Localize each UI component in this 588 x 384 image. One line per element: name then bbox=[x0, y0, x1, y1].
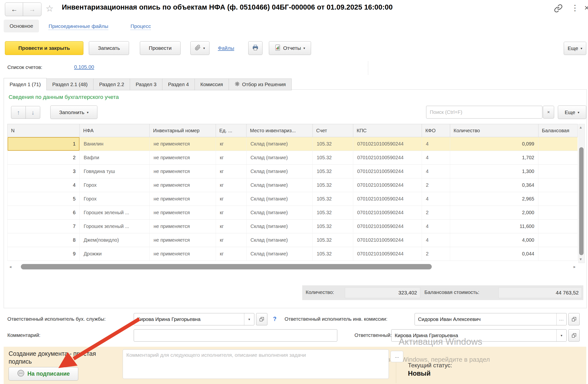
table-cell[interactable]: 07010210100590244 bbox=[353, 137, 422, 151]
table-row[interactable]: 7Горошек зеленый ...не применяетсякгСкла… bbox=[7, 220, 578, 233]
table-cell[interactable]: 2 bbox=[422, 247, 450, 261]
tab-razdel-2-1[interactable]: Раздел 2.1 (48) bbox=[47, 79, 93, 90]
table-cell[interactable]: 4 bbox=[422, 165, 450, 178]
table-cell[interactable]: 2 bbox=[7, 151, 80, 165]
table-cell[interactable]: 0,364 bbox=[450, 178, 538, 192]
move-up-button[interactable]: ↑ bbox=[11, 106, 26, 119]
scroll-down-icon[interactable]: ▾ bbox=[580, 257, 582, 262]
table-cell[interactable]: Склад (питание) bbox=[247, 137, 313, 151]
search-input[interactable] bbox=[426, 106, 542, 119]
table-cell[interactable]: 07010210100590244 bbox=[353, 151, 422, 165]
table-cell[interactable]: 07010210100590244 bbox=[353, 178, 422, 192]
table-cell[interactable]: 4,000 bbox=[450, 233, 538, 247]
toolbar-more-button[interactable]: Еще ▾ bbox=[564, 42, 586, 55]
table-cell[interactable]: кг bbox=[216, 165, 247, 178]
move-down-button[interactable]: ↓ bbox=[25, 106, 40, 119]
responsible-open-button[interactable] bbox=[568, 329, 580, 341]
help-icon[interactable]: ? bbox=[273, 316, 276, 322]
column-header[interactable]: Балансовая bbox=[538, 124, 578, 137]
table-row[interactable]: 2Вафлине применяетсякгСклад (питание)105… bbox=[7, 151, 578, 165]
table-cell[interactable]: 07010210100590244 bbox=[353, 247, 422, 261]
table-cell[interactable]: 07010210100590244 bbox=[353, 165, 422, 178]
table-cell[interactable]: 1,702 bbox=[450, 151, 538, 165]
table-cell[interactable]: не применяется bbox=[150, 137, 216, 151]
column-header[interactable]: КПС bbox=[353, 124, 422, 137]
table-cell[interactable]: Горошек зеленый ... bbox=[80, 206, 150, 220]
table-cell[interactable] bbox=[538, 233, 578, 247]
table-cell[interactable] bbox=[538, 192, 578, 206]
table-cell[interactable]: не применяется bbox=[150, 206, 216, 220]
table-cell[interactable]: 5 bbox=[7, 192, 80, 206]
attach-button[interactable]: ▾ bbox=[190, 41, 210, 55]
table-cell[interactable]: 105.32 bbox=[313, 165, 353, 178]
table-cell[interactable] bbox=[538, 137, 578, 151]
table-cell[interactable]: кг bbox=[216, 247, 247, 261]
table-row[interactable]: 5Горохне применяетсякгСклад (питание)105… bbox=[7, 192, 578, 206]
table-cell[interactable]: 2,000 bbox=[450, 206, 538, 220]
column-header[interactable]: Счет bbox=[313, 124, 353, 137]
table-cell[interactable]: 4 bbox=[422, 192, 450, 206]
table-cell[interactable] bbox=[538, 165, 578, 178]
chevron-down-icon[interactable]: ▾ bbox=[244, 313, 254, 325]
table-cell[interactable]: 105.32 bbox=[313, 178, 353, 192]
table-cell[interactable]: кг bbox=[216, 192, 247, 206]
table-row[interactable]: 9Дрожжине применяетсякгСклад (питание)10… bbox=[7, 247, 578, 261]
table-cell[interactable]: 0,099 bbox=[450, 137, 538, 151]
table-cell[interactable]: 105.32 bbox=[313, 151, 353, 165]
vertical-scrollbar-thumb[interactable] bbox=[579, 147, 584, 255]
nav-link-attachments[interactable]: Присоединенные файлы bbox=[49, 23, 108, 30]
tab-razdel-4[interactable]: Раздел 4 bbox=[162, 79, 195, 90]
table-cell[interactable]: 07010210100590244 bbox=[353, 206, 422, 220]
table-cell[interactable]: 07010210100590244 bbox=[353, 192, 422, 206]
files-link[interactable]: Файлы bbox=[218, 45, 234, 51]
send-to-sign-button[interactable]: На подписание bbox=[9, 367, 78, 381]
table-cell[interactable]: 0,044 bbox=[450, 247, 538, 261]
table-cell[interactable]: кг bbox=[216, 151, 247, 165]
table-cell[interactable]: 4 bbox=[422, 220, 450, 233]
table-cell[interactable]: 07010210100590244 bbox=[353, 233, 422, 247]
horizontal-scrollbar-thumb[interactable] bbox=[21, 264, 432, 269]
resp-inv-open-button[interactable] bbox=[568, 313, 580, 325]
table-cell[interactable]: 105.32 bbox=[313, 220, 353, 233]
save-button[interactable]: Записать bbox=[89, 41, 129, 55]
table-row[interactable]: 6Горошек зеленый ...не применяетсякгСкла… bbox=[7, 206, 578, 220]
table-cell[interactable]: не применяется bbox=[150, 165, 216, 178]
tab-razdel-1[interactable]: Раздел 1 (71) bbox=[4, 78, 47, 90]
resp-inv-field[interactable]: Сидоров Иван Алексеевич ... bbox=[415, 313, 567, 325]
table-cell[interactable] bbox=[538, 206, 578, 220]
table-cell[interactable]: 4 bbox=[422, 233, 450, 247]
table-cell[interactable]: Склад (питание) bbox=[247, 233, 313, 247]
tab-razdel-2-2[interactable]: Раздел 2.2 bbox=[93, 79, 130, 90]
close-icon[interactable]: × bbox=[584, 3, 588, 13]
back-button[interactable]: ← bbox=[5, 2, 23, 16]
scroll-left-icon[interactable]: ◂ bbox=[9, 264, 12, 269]
table-cell[interactable]: Склад (питание) bbox=[247, 206, 313, 220]
column-header[interactable]: Место инвентариз... bbox=[247, 124, 313, 137]
table-cell[interactable]: 4 bbox=[422, 137, 450, 151]
table-cell[interactable] bbox=[538, 151, 578, 165]
table-cell[interactable]: не применяется bbox=[150, 220, 216, 233]
table-cell[interactable]: Склад (питание) bbox=[247, 151, 313, 165]
table-cell[interactable]: Склад (питание) bbox=[247, 178, 313, 192]
reports-button[interactable]: Отчеты ▾ bbox=[269, 41, 311, 55]
table-cell[interactable]: 07010210100590244 bbox=[353, 220, 422, 233]
table-cell[interactable]: кг bbox=[216, 206, 247, 220]
table-cell[interactable]: Говядина туш bbox=[80, 165, 150, 178]
table-cell[interactable]: 105.32 bbox=[313, 233, 353, 247]
table-cell[interactable]: не применяется bbox=[150, 151, 216, 165]
table-cell[interactable]: не применяется bbox=[150, 178, 216, 192]
table-row[interactable]: 3Говядина тушне применяетсякгСклад (пита… bbox=[7, 165, 578, 178]
table-cell[interactable]: кг bbox=[216, 233, 247, 247]
table-cell[interactable]: кг bbox=[216, 137, 247, 151]
table-cell[interactable]: 4 bbox=[7, 178, 80, 192]
table-cell[interactable]: Склад (питание) bbox=[247, 165, 313, 178]
comment-input[interactable] bbox=[134, 329, 337, 341]
post-button[interactable]: Провести bbox=[140, 41, 181, 55]
chevron-down-icon[interactable]: ▾ bbox=[556, 330, 567, 341]
table-more-button[interactable]: Еще ▾ bbox=[558, 106, 586, 119]
table-cell[interactable]: Вафли bbox=[80, 151, 150, 165]
table-row[interactable]: 4Горохне применяетсякгСклад (питание)105… bbox=[7, 178, 578, 192]
accounts-link[interactable]: 0.105.00 bbox=[74, 64, 94, 70]
column-header[interactable]: КФО bbox=[422, 124, 450, 137]
table-cell[interactable]: не применяется bbox=[150, 233, 216, 247]
